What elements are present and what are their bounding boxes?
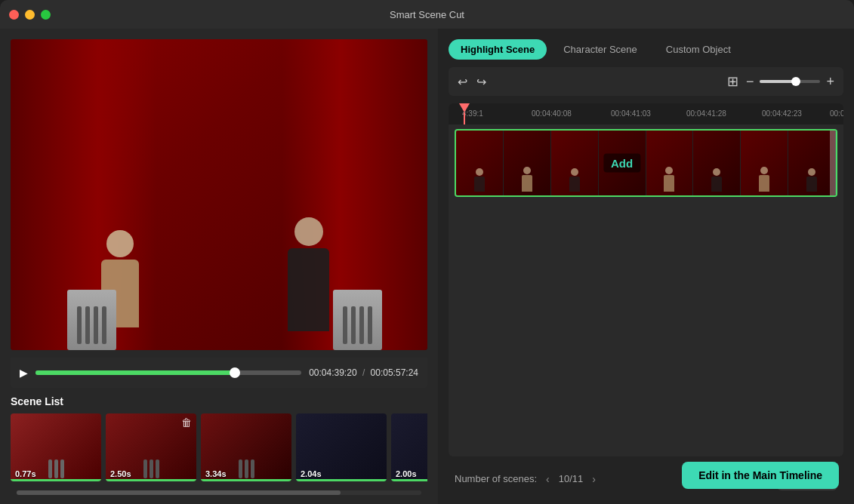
- redo-button[interactable]: ↪: [475, 73, 488, 91]
- scene-duration-3: 3.34s: [205, 469, 227, 478]
- frame-7: [741, 131, 788, 195]
- ruler-marker-1: 00:04:40:08: [532, 109, 572, 118]
- scene-thumb-4[interactable]: 2.04s: [296, 413, 387, 481]
- scene-thumb-3[interactable]: 3.34s: [201, 413, 291, 481]
- progress-thumb: [230, 367, 240, 378]
- frame-figure-8: [806, 168, 817, 192]
- podium-2: [333, 290, 382, 350]
- video-preview: [11, 39, 427, 350]
- frame-4: Add: [599, 131, 646, 195]
- frame-6: [693, 131, 741, 195]
- bottom-action: Edit in the Main Timeline: [682, 462, 839, 489]
- person-2: [288, 217, 329, 331]
- scene-count-label: Number of scenes:: [455, 473, 537, 484]
- undo-button[interactable]: ↩: [456, 73, 469, 91]
- thumb-bar-3: [201, 479, 291, 481]
- filmstrip-handle-right[interactable]: [830, 131, 836, 195]
- ruler-marker-2: 00:04:41:03: [611, 109, 651, 118]
- minimize-button[interactable]: [25, 10, 35, 20]
- podium-1: [67, 290, 116, 350]
- scene-list-section: Scene List 0.77s 🗑: [11, 395, 427, 493]
- filmstrip[interactable]: Add: [455, 129, 837, 197]
- timeline-area: 4:39:1 00:04:40:08 00:04:41:03 00:04:41:…: [449, 103, 843, 456]
- playhead-triangle: [459, 103, 470, 112]
- scene-duration-5: 2.00s: [396, 469, 417, 478]
- scene-duration-1: 0.77s: [15, 469, 36, 478]
- scene-list-title: Scene List: [11, 395, 427, 407]
- zoom-thumb: [791, 77, 800, 86]
- zoom-plus-button[interactable]: +: [825, 72, 836, 91]
- right-panel: Highlight Scene Character Scene Custom O…: [438, 29, 854, 504]
- current-time: 00:04:39:20: [309, 367, 356, 378]
- frame-8: [788, 131, 836, 195]
- frame-1: [456, 131, 504, 195]
- filmstrip-frames: Add: [456, 131, 836, 195]
- main-content: ▶ 00:04:39:20 / 00:05:57:24 Scene List: [0, 29, 854, 504]
- scene-next-button[interactable]: ›: [589, 472, 599, 487]
- scene-count: Number of scenes: ‹ 10/11 ›: [455, 472, 599, 487]
- scene-count-value: 10/11: [559, 473, 584, 484]
- progress-bar[interactable]: [35, 370, 301, 375]
- play-button[interactable]: ▶: [20, 367, 28, 379]
- title-bar: Smart Scene Cut: [0, 0, 854, 29]
- add-overlay: Add: [603, 154, 640, 173]
- frame-figure-2: [522, 167, 532, 192]
- time-separator: /: [362, 367, 365, 378]
- ruler-marker-3: 00:04:41:28: [686, 109, 726, 118]
- zoom-controls: ⊞ − +: [726, 72, 836, 91]
- frame-5: [646, 131, 694, 195]
- frame-2: [504, 131, 551, 195]
- playhead[interactable]: [464, 103, 465, 124]
- zoom-minus-button[interactable]: −: [745, 72, 756, 91]
- add-clip-button[interactable]: ⊞: [726, 72, 740, 91]
- timeline-ruler: 4:39:1 00:04:40:08 00:04:41:03 00:04:41:…: [449, 103, 843, 124]
- tab-bar: Highlight Scene Character Scene Custom O…: [449, 39, 843, 60]
- zoom-slider[interactable]: [760, 80, 820, 83]
- ruler-marker-5: 00:04:4: [830, 109, 843, 118]
- tab-custom[interactable]: Custom Object: [654, 39, 743, 60]
- progress-fill: [35, 370, 235, 375]
- scene-prev-button[interactable]: ‹: [543, 472, 553, 487]
- time-display: 00:04:39:20 / 00:05:57:24: [309, 367, 418, 378]
- scene-thumb-2[interactable]: 🗑 2.50s: [106, 413, 196, 481]
- head-1: [106, 230, 134, 257]
- traffic-lights: [9, 10, 51, 20]
- left-panel: ▶ 00:04:39:20 / 00:05:57:24 Scene List: [0, 29, 438, 504]
- frame-figure-1: [474, 168, 485, 192]
- video-controls: ▶ 00:04:39:20 / 00:05:57:24: [11, 358, 427, 388]
- playhead-line: [464, 112, 465, 124]
- scene-duration-4: 2.04s: [301, 469, 322, 478]
- close-button[interactable]: [9, 10, 19, 20]
- video-background: [11, 39, 427, 350]
- ruler-marker-4: 00:04:42:23: [762, 109, 802, 118]
- total-time: 00:05:57:24: [371, 367, 418, 378]
- scene-thumb-1[interactable]: 0.77s: [11, 413, 101, 481]
- edit-main-timeline-button[interactable]: Edit in the Main Timeline: [682, 462, 839, 489]
- scrollbar-thumb: [17, 490, 341, 495]
- thumb-bar-5: [391, 479, 427, 481]
- frame-figure-5: [664, 167, 674, 192]
- delete-icon-2[interactable]: 🗑: [181, 416, 192, 429]
- fullscreen-button[interactable]: [41, 10, 51, 20]
- scene-thumb-5[interactable]: 2.00s: [391, 413, 427, 481]
- thumb-bar-1: [11, 479, 101, 481]
- thumb-bar-2: [106, 479, 196, 481]
- frame-figure-3: [569, 168, 580, 192]
- frame-figure-6: [711, 168, 722, 192]
- body-2: [288, 248, 329, 331]
- scene-scrollbar[interactable]: [17, 490, 421, 495]
- zoom-fill: [760, 80, 796, 83]
- scene-thumbnails: 0.77s 🗑 2.50s: [11, 413, 427, 489]
- app-title: Smart Scene Cut: [390, 9, 464, 20]
- frame-3: [551, 131, 599, 195]
- timeline-controls: ↩ ↪ ⊞ − +: [449, 67, 843, 96]
- scene-duration-2: 2.50s: [110, 469, 131, 478]
- thumb-bar-4: [296, 479, 387, 481]
- tab-character[interactable]: Character Scene: [551, 39, 649, 60]
- frame-figure-7: [759, 167, 769, 192]
- tab-highlight[interactable]: Highlight Scene: [449, 39, 547, 60]
- head-2: [294, 217, 323, 246]
